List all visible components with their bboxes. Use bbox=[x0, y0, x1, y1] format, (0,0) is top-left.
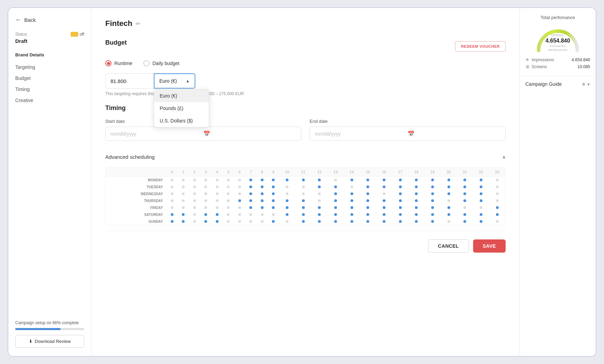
daily-budget-radio[interactable]: Daily budget bbox=[143, 60, 179, 66]
schedule-slot[interactable] bbox=[245, 211, 257, 218]
filter-icon[interactable]: ≡ bbox=[582, 81, 585, 87]
schedule-slot[interactable] bbox=[408, 218, 425, 225]
schedule-slot[interactable] bbox=[279, 197, 295, 204]
schedule-slot[interactable] bbox=[295, 190, 311, 197]
schedule-slot[interactable] bbox=[376, 176, 392, 184]
schedule-slot[interactable] bbox=[178, 211, 189, 218]
schedule-slot[interactable] bbox=[245, 176, 257, 184]
schedule-slot[interactable] bbox=[268, 204, 279, 211]
schedule-slot[interactable] bbox=[441, 190, 457, 197]
schedule-slot[interactable] bbox=[473, 204, 489, 211]
schedule-slot[interactable] bbox=[223, 211, 234, 218]
schedule-slot[interactable] bbox=[376, 204, 392, 211]
schedule-slot[interactable] bbox=[200, 183, 212, 190]
schedule-slot[interactable] bbox=[489, 183, 505, 190]
schedule-slot[interactable] bbox=[234, 197, 246, 204]
schedule-slot[interactable] bbox=[178, 197, 189, 204]
schedule-slot[interactable] bbox=[279, 190, 295, 197]
schedule-slot[interactable] bbox=[166, 218, 178, 225]
schedule-slot[interactable] bbox=[189, 218, 200, 225]
schedule-slot[interactable] bbox=[457, 183, 473, 190]
schedule-slot[interactable] bbox=[268, 218, 279, 225]
schedule-slot[interactable] bbox=[223, 176, 234, 184]
schedule-slot[interactable] bbox=[166, 204, 178, 211]
schedule-slot[interactable] bbox=[178, 176, 189, 184]
end-date-calendar-icon[interactable]: 📅 bbox=[408, 130, 500, 137]
end-date-input[interactable]: mm/dd/yyyy 📅 bbox=[310, 127, 506, 141]
schedule-slot[interactable] bbox=[408, 197, 425, 204]
edit-icon[interactable]: ✏ bbox=[136, 20, 140, 27]
schedule-slot[interactable] bbox=[211, 190, 223, 197]
schedule-slot[interactable] bbox=[245, 183, 257, 190]
schedule-slot[interactable] bbox=[489, 204, 505, 211]
schedule-slot[interactable] bbox=[311, 183, 328, 190]
schedule-slot[interactable] bbox=[376, 183, 392, 190]
schedule-slot[interactable] bbox=[473, 176, 489, 184]
schedule-slot[interactable] bbox=[328, 176, 344, 184]
schedule-slot[interactable] bbox=[392, 183, 408, 190]
schedule-slot[interactable] bbox=[223, 218, 234, 225]
schedule-slot[interactable] bbox=[360, 190, 376, 197]
schedule-slot[interactable] bbox=[473, 183, 489, 190]
schedule-slot[interactable] bbox=[441, 218, 457, 225]
schedule-slot[interactable] bbox=[234, 204, 246, 211]
budget-amount-input[interactable] bbox=[105, 73, 154, 89]
schedule-slot[interactable] bbox=[189, 204, 200, 211]
schedule-slot[interactable] bbox=[257, 211, 268, 218]
schedule-slot[interactable] bbox=[223, 190, 234, 197]
schedule-slot[interactable] bbox=[344, 183, 360, 190]
schedule-slot[interactable] bbox=[441, 204, 457, 211]
schedule-slot[interactable] bbox=[223, 204, 234, 211]
campaign-guide-chevron-icon[interactable]: ∨ bbox=[587, 82, 590, 87]
schedule-slot[interactable] bbox=[178, 204, 189, 211]
schedule-slot[interactable] bbox=[376, 190, 392, 197]
download-review-button[interactable]: ⬇ Download Review bbox=[15, 335, 84, 348]
schedule-slot[interactable] bbox=[178, 218, 189, 225]
schedule-slot[interactable] bbox=[268, 176, 279, 184]
schedule-slot[interactable] bbox=[425, 197, 441, 204]
back-button[interactable]: ← Back bbox=[15, 16, 84, 24]
schedule-slot[interactable] bbox=[189, 176, 200, 184]
sidebar-item-budget[interactable]: Budget bbox=[15, 73, 84, 84]
schedule-slot[interactable] bbox=[344, 190, 360, 197]
schedule-slot[interactable] bbox=[425, 211, 441, 218]
schedule-slot[interactable] bbox=[189, 183, 200, 190]
schedule-slot[interactable] bbox=[441, 176, 457, 184]
schedule-slot[interactable] bbox=[257, 190, 268, 197]
schedule-slot[interactable] bbox=[473, 211, 489, 218]
sidebar-item-creative[interactable]: Creative bbox=[15, 95, 84, 106]
schedule-slot[interactable] bbox=[457, 176, 473, 184]
schedule-slot[interactable] bbox=[223, 183, 234, 190]
schedule-slot[interactable] bbox=[425, 183, 441, 190]
schedule-slot[interactable] bbox=[211, 218, 223, 225]
schedule-slot[interactable] bbox=[425, 176, 441, 184]
schedule-slot[interactable] bbox=[166, 183, 178, 190]
schedule-slot[interactable] bbox=[257, 183, 268, 190]
schedule-slot[interactable] bbox=[234, 176, 246, 184]
schedule-slot[interactable] bbox=[257, 218, 268, 225]
schedule-slot[interactable] bbox=[211, 211, 223, 218]
adv-sched-header[interactable]: Advanced scheduling ∧ bbox=[105, 149, 506, 165]
schedule-slot[interactable] bbox=[425, 190, 441, 197]
schedule-slot[interactable] bbox=[200, 197, 212, 204]
schedule-slot[interactable] bbox=[295, 197, 311, 204]
schedule-slot[interactable] bbox=[257, 197, 268, 204]
schedule-slot[interactable] bbox=[392, 176, 408, 184]
schedule-slot[interactable] bbox=[234, 190, 246, 197]
schedule-slot[interactable] bbox=[200, 211, 212, 218]
schedule-slot[interactable] bbox=[279, 183, 295, 190]
schedule-slot[interactable] bbox=[211, 176, 223, 184]
schedule-slot[interactable] bbox=[189, 211, 200, 218]
schedule-slot[interactable] bbox=[279, 211, 295, 218]
schedule-slot[interactable] bbox=[441, 183, 457, 190]
schedule-slot[interactable] bbox=[166, 176, 178, 184]
schedule-slot[interactable] bbox=[166, 190, 178, 197]
schedule-slot[interactable] bbox=[473, 197, 489, 204]
schedule-slot[interactable] bbox=[408, 176, 425, 184]
currency-option-gbp[interactable]: Pounds (£) bbox=[154, 102, 209, 115]
schedule-slot[interactable] bbox=[234, 218, 246, 225]
schedule-slot[interactable] bbox=[311, 190, 328, 197]
schedule-slot[interactable] bbox=[211, 204, 223, 211]
status-toggle-icon[interactable] bbox=[71, 32, 78, 37]
schedule-slot[interactable] bbox=[392, 218, 408, 225]
